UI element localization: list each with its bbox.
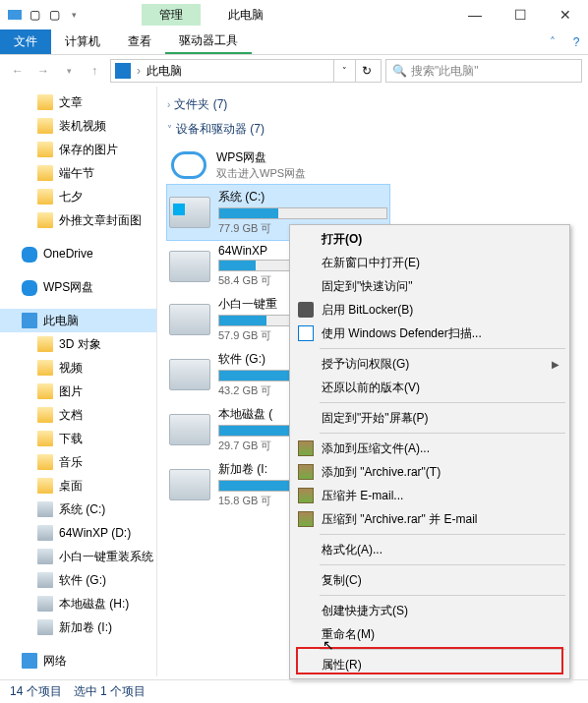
status-bar: 14 个项目 选中 1 个项目 (0, 679, 588, 703)
tree-item[interactable]: 新加卷 (I:) (0, 615, 156, 639)
ctx-pin-quick-access[interactable]: 固定到"快速访问" (292, 274, 567, 298)
contextual-tab-header: 管理 (142, 4, 201, 26)
folder-ico-icon (37, 336, 53, 352)
tree-item[interactable]: 网络 (0, 649, 156, 673)
tree-item[interactable]: 图片 (0, 380, 156, 403)
ctx-create-shortcut[interactable]: 创建快捷方式(S) (292, 599, 567, 622)
tree-item[interactable]: 系统 (C:) (0, 498, 156, 521)
pc-ico-icon (22, 653, 37, 669)
tree-item[interactable]: 本地磁盘 (H:) (0, 592, 156, 615)
tree-item[interactable]: 下载 (0, 427, 156, 450)
folder-ico-icon (37, 360, 53, 376)
tree-item[interactable]: 装机视频 (0, 114, 156, 138)
tree-item[interactable]: 保存的图片 (0, 138, 156, 161)
address-dropdown-icon[interactable]: ˅ (333, 60, 355, 82)
nav-tree: 文章装机视频保存的图片端午节七夕外推文章封面图OneDriveWPS网盘此电脑3… (0, 87, 157, 676)
tree-item[interactable]: 音乐 (0, 450, 156, 474)
folder-ico-icon (37, 142, 53, 157)
ctx-properties[interactable]: 属性(R) (292, 653, 567, 676)
wps-sub: 双击进入WPS网盘 (216, 166, 306, 181)
wps-name: WPS网盘 (216, 149, 306, 166)
close-button[interactable]: ✕ (543, 1, 588, 29)
drive-ico-icon (37, 596, 53, 612)
cloud-ico-icon (22, 247, 37, 263)
tree-item[interactable]: 文章 (0, 90, 156, 114)
tree-item[interactable]: 端午节 (0, 161, 156, 185)
group-devices-header[interactable]: ˅设备和驱动器 (7) (167, 121, 584, 138)
breadcrumb-item[interactable]: 此电脑 (147, 63, 182, 80)
titlebar: ▢ ▢ ▾ 管理 此电脑 — ☐ ✕ (0, 0, 588, 29)
tree-item[interactable]: 软件 (G:) (0, 568, 156, 592)
folder-ico-icon (37, 407, 53, 423)
folder-ico-icon (37, 118, 53, 134)
help-icon[interactable]: ? (564, 29, 588, 54)
tree-item[interactable]: WPS网盘 (0, 275, 156, 299)
drive-icon (169, 304, 210, 335)
folder-ico-icon (37, 165, 53, 181)
folder-ico-icon (37, 431, 53, 446)
pc-ico-icon (22, 313, 37, 328)
ctx-rename[interactable]: 重命名(M) (292, 622, 567, 646)
tab-computer[interactable]: 计算机 (51, 29, 114, 54)
drive-ico-icon (37, 525, 53, 541)
context-menu: 打开(O) 在新窗口中打开(E) 固定到"快速访问" 启用 BitLocker(… (289, 224, 570, 679)
qat-dropdown-icon[interactable]: ▾ (65, 6, 83, 24)
ctx-add-rar[interactable]: 添加到 "Archive.rar"(T) (292, 460, 567, 484)
group-folders-header[interactable]: ›文件夹 (7) (167, 96, 584, 113)
drive-ico-icon (37, 549, 53, 564)
ctx-copy[interactable]: 复制(C) (292, 568, 567, 592)
ctx-open[interactable]: 打开(O) (292, 227, 567, 251)
tree-item[interactable]: 文档 (0, 403, 156, 427)
tab-file[interactable]: 文件 (0, 29, 51, 54)
winrar-icon (298, 440, 314, 456)
ctx-bitlocker[interactable]: 启用 BitLocker(B) (292, 298, 567, 322)
nav-back-button[interactable]: ← (6, 59, 29, 83)
drive-icon (169, 414, 210, 445)
tree-item[interactable]: 桌面 (0, 474, 156, 498)
ctx-restore-versions[interactable]: 还原以前的版本(V) (292, 376, 567, 399)
tree-item[interactable]: 七夕 (0, 185, 156, 208)
ribbon-tabs: 文件 计算机 查看 驱动器工具 ˄ ? (0, 29, 588, 55)
refresh-button[interactable]: ↻ (355, 60, 377, 82)
drive-icon (169, 359, 210, 390)
drive-ico-icon (37, 501, 53, 517)
nav-forward-button[interactable]: → (31, 59, 55, 83)
qat-item[interactable]: ▢ (45, 6, 63, 24)
drive-ico-icon (37, 572, 53, 588)
bitlocker-icon (298, 302, 314, 318)
ctx-open-new-window[interactable]: 在新窗口中打开(E) (292, 251, 567, 274)
tab-view[interactable]: 查看 (114, 29, 165, 54)
ctx-grant-access[interactable]: 授予访问权限(G)▶ (292, 352, 567, 376)
ctx-defender-scan[interactable]: 使用 Windows Defender扫描... (292, 322, 567, 345)
tree-item[interactable]: 外推文章封面图 (0, 208, 156, 232)
tree-item[interactable]: 小白一键重装系统 (0, 545, 156, 568)
tab-drive-tools[interactable]: 驱动器工具 (165, 29, 252, 54)
wps-drive[interactable]: WPS网盘 双击进入WPS网盘 (167, 146, 584, 185)
ribbon-collapse-icon[interactable]: ˄ (541, 29, 564, 54)
tree-item[interactable]: 64WinXP (D:) (0, 521, 156, 545)
search-input[interactable]: 🔍 搜索"此电脑" (385, 59, 582, 83)
tree-item[interactable]: 3D 对象 (0, 332, 156, 356)
winrar-icon (298, 511, 314, 527)
ctx-rar-email[interactable]: 压缩到 "Archive.rar" 并 E-mail (292, 507, 567, 531)
drive-icon (169, 251, 210, 282)
nav-up-button[interactable]: ↑ (83, 59, 106, 83)
qat-item[interactable]: ▢ (26, 6, 43, 24)
tree-item[interactable]: 视频 (0, 356, 156, 380)
tree-item[interactable]: OneDrive (0, 242, 156, 265)
cloud-ico-icon (22, 280, 37, 296)
ctx-zip-email[interactable]: 压缩并 E-mail... (292, 484, 567, 507)
folder-ico-icon (37, 189, 53, 205)
quick-access-toolbar: ▢ ▢ ▾ (0, 6, 83, 24)
pc-icon (115, 63, 131, 79)
drive-icon (169, 469, 210, 500)
ctx-add-archive[interactable]: 添加到压缩文件(A)... (292, 437, 567, 460)
breadcrumb[interactable]: › 此电脑 ˅ ↻ (110, 59, 382, 83)
minimize-button[interactable]: — (452, 1, 498, 29)
ctx-format[interactable]: 格式化(A)... (292, 538, 567, 561)
ctx-pin-start[interactable]: 固定到"开始"屏幕(P) (292, 406, 567, 430)
tree-item[interactable]: 此电脑 (0, 309, 156, 332)
drive-icon (169, 197, 210, 228)
nav-recent-icon[interactable]: ▾ (57, 59, 81, 83)
maximize-button[interactable]: ☐ (498, 1, 543, 29)
